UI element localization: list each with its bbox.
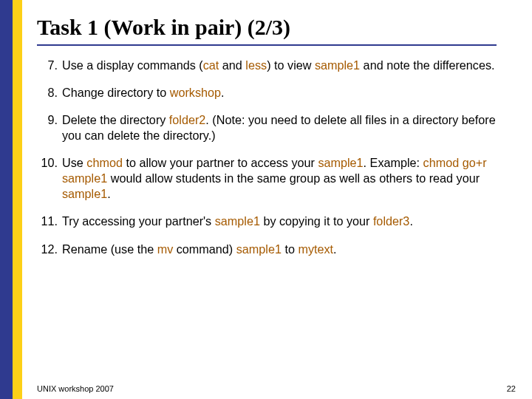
text-run: by copying it to your — [260, 214, 373, 228]
text-run: Delete the directory — [62, 113, 169, 126]
task-number: 10. — [37, 155, 58, 171]
task-number: 11. — [37, 214, 58, 229]
text-run: . — [107, 187, 111, 200]
task-text: Try accessing your partner's sample1 by … — [62, 214, 413, 228]
highlight-term: folder2 — [169, 113, 206, 126]
content-area: Task 1 (Work in pair) (2/3) 7.Use a disp… — [37, 15, 510, 384]
task-text: Use a display commands (cat and less) to… — [62, 58, 495, 72]
task-number: 7. — [37, 58, 58, 73]
text-run: . — [409, 214, 413, 228]
highlight-term: mytext — [298, 242, 333, 256]
stripe-purple — [0, 0, 13, 399]
highlight-term: cat — [203, 58, 219, 72]
text-run: Try accessing your partner's — [62, 214, 215, 228]
highlight-term: mv — [157, 242, 174, 256]
task-list: 7.Use a display commands (cat and less) … — [37, 58, 510, 257]
text-run: Use — [62, 156, 86, 169]
task-text: Use chmod to allow your partner to acces… — [62, 156, 487, 200]
task-item: 9.Delete the directory folder2. (Note: y… — [37, 112, 510, 143]
task-item: 11.Try accessing your partner's sample1 … — [37, 214, 510, 229]
accent-stripes — [0, 0, 22, 399]
slide: Task 1 (Work in pair) (2/3) 7.Use a disp… — [0, 0, 532, 399]
task-item: 10.Use chmod to allow your partner to ac… — [37, 155, 510, 202]
text-run: . — [221, 86, 225, 99]
task-number: 9. — [37, 112, 58, 128]
text-run: Rename (use the — [62, 242, 157, 256]
task-item: 8.Change directory to workshop. — [37, 85, 510, 100]
highlight-term: folder3 — [373, 214, 410, 228]
highlight-term: less — [245, 58, 267, 72]
slide-title: Task 1 (Work in pair) (2/3) — [37, 15, 497, 46]
highlight-term: sample1 — [215, 214, 260, 228]
highlight-term: sample1 — [236, 242, 282, 256]
task-text: Change directory to workshop. — [62, 86, 225, 99]
highlight-term: sample1 — [315, 58, 360, 72]
highlight-term: sample1 — [62, 187, 107, 200]
text-run: Use a display commands ( — [62, 58, 203, 72]
task-number: 12. — [37, 242, 58, 257]
highlight-term: chmod — [86, 156, 123, 169]
text-run: command) — [173, 242, 236, 256]
task-number: 8. — [37, 85, 58, 100]
task-text: Rename (use the mv command) sample1 to m… — [62, 242, 337, 256]
footer-text: UNIX workshop 2007 — [37, 384, 114, 393]
text-run: to — [282, 242, 299, 256]
text-run: ) to view — [267, 58, 315, 72]
task-item: 7.Use a display commands (cat and less) … — [37, 58, 510, 73]
text-run: . Example: — [364, 156, 423, 169]
task-text: Delete the directory folder2. (Note: you… — [62, 113, 496, 142]
text-run: . — [333, 242, 337, 256]
text-run: and note the differences. — [360, 58, 494, 72]
text-run: would allow students in the same group a… — [107, 171, 480, 185]
stripe-yellow — [13, 0, 22, 399]
text-run: Change directory to — [62, 86, 170, 99]
text-run: and — [219, 58, 245, 72]
highlight-term: sample1 — [318, 156, 363, 169]
highlight-term: workshop — [170, 86, 221, 99]
text-run: to allow your partner to access your — [123, 156, 318, 169]
task-item: 12.Rename (use the mv command) sample1 t… — [37, 242, 510, 257]
page-number: 22 — [507, 384, 516, 393]
